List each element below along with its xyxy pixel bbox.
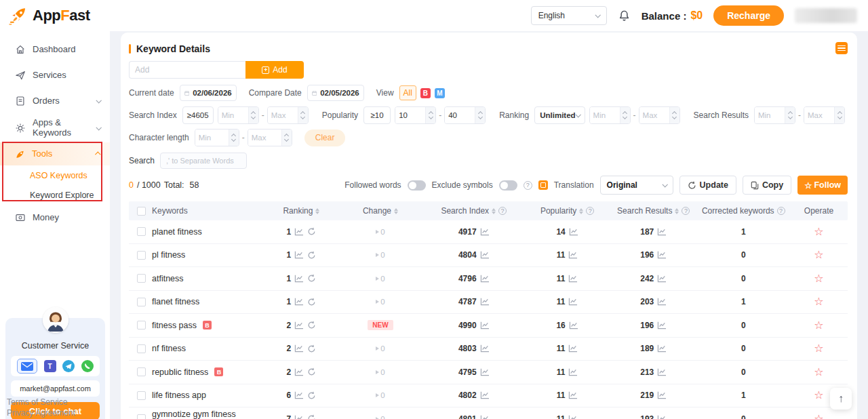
trend-chart-icon[interactable] (657, 391, 667, 399)
follow-star-icon[interactable]: ☆ (814, 367, 823, 378)
popularity-max-input[interactable] (444, 106, 486, 124)
keyword-text[interactable]: flanet fitness (152, 297, 199, 306)
clear-button[interactable]: Clear (304, 129, 346, 146)
search-results-min-input[interactable] (754, 106, 795, 124)
compare-date-input[interactable]: 02/05/2026 (307, 85, 364, 101)
character-length-min-input[interactable] (195, 129, 239, 146)
sidebar-item-dashboard[interactable]: Dashboard (0, 37, 110, 62)
trend-chart-icon[interactable] (657, 251, 667, 259)
popularity-min-input[interactable] (395, 106, 436, 124)
refresh-icon[interactable] (307, 251, 316, 260)
keyword-text[interactable]: republic fitness (152, 367, 208, 377)
notification-bell-icon[interactable] (618, 9, 631, 22)
sort-icon[interactable] (579, 208, 583, 214)
trend-chart-icon[interactable] (294, 321, 304, 330)
trend-chart-icon[interactable] (480, 391, 490, 399)
trend-chart-icon[interactable] (568, 344, 578, 353)
sidebar-item-orders[interactable]: Orders (0, 88, 110, 114)
follow-star-icon[interactable]: ☆ (814, 273, 823, 284)
keyword-text[interactable]: life fitness app (152, 391, 206, 400)
refresh-icon[interactable] (307, 391, 316, 400)
trend-chart-icon[interactable] (657, 415, 667, 419)
update-button[interactable]: Update (679, 176, 736, 195)
trend-chart-icon[interactable] (657, 298, 667, 306)
ranking-min-input[interactable] (589, 106, 631, 124)
sidebar-item-money[interactable]: Money (0, 205, 110, 231)
row-checkbox[interactable] (137, 321, 146, 330)
column-header-search-results[interactable]: Search Results? (610, 206, 696, 216)
email-icon[interactable] (17, 359, 37, 374)
trend-chart-icon[interactable] (480, 251, 490, 259)
sidebar-subitem-aso-keywords[interactable]: ASO Keywords (0, 165, 110, 185)
row-checkbox[interactable] (137, 251, 146, 260)
trend-chart-icon[interactable] (657, 321, 667, 330)
follow-star-icon[interactable]: ☆ (814, 226, 823, 237)
trend-chart-icon[interactable] (657, 368, 667, 376)
keyword-text[interactable]: fitness pass (152, 321, 197, 330)
follow-star-icon[interactable]: ☆ (814, 296, 823, 307)
spinner-control[interactable] (248, 107, 258, 123)
current-date-input[interactable]: 02/06/2026 (180, 85, 237, 101)
sort-icon[interactable] (394, 208, 398, 214)
ranking-select[interactable]: Unlimited (534, 106, 585, 124)
trend-chart-icon[interactable] (568, 251, 578, 259)
sidebar-subitem-keyword-explore[interactable]: Keyword Explore (0, 185, 110, 205)
add-keyword-input[interactable] (129, 61, 245, 79)
follow-star-icon[interactable]: ☆ (814, 414, 823, 419)
keyword-text[interactable]: planet fitness (152, 227, 202, 237)
sidebar-item-apps-keywords[interactable]: Apps & Keywords (0, 114, 110, 142)
follow-button[interactable]: ☆Follow (797, 176, 848, 195)
row-checkbox[interactable] (137, 414, 146, 419)
language-select[interactable]: English (531, 6, 607, 25)
user-name-blurred[interactable] (795, 8, 857, 23)
follow-star-icon[interactable]: ☆ (814, 390, 823, 401)
column-header-search-index[interactable]: Search Index? (424, 206, 524, 216)
keyword-text[interactable]: pl fitness (152, 250, 185, 260)
refresh-icon[interactable] (307, 414, 316, 419)
trend-chart-icon[interactable] (568, 391, 578, 399)
translation-select[interactable]: Original (600, 176, 673, 195)
column-header-ranking[interactable]: Ranking (265, 206, 337, 216)
search-index-min-input[interactable] (218, 106, 259, 124)
trend-chart-icon[interactable] (294, 298, 304, 306)
trend-chart-icon[interactable] (480, 275, 490, 283)
trend-chart-icon[interactable] (480, 228, 490, 236)
follow-star-icon[interactable]: ☆ (814, 343, 823, 354)
spinner-control[interactable] (669, 107, 679, 123)
select-all-checkbox[interactable] (137, 207, 146, 216)
view-option-m[interactable]: M (435, 88, 445, 98)
trend-chart-icon[interactable] (569, 321, 578, 330)
trend-chart-icon[interactable] (568, 415, 578, 419)
terms-of-service-link[interactable]: Terms of Service (7, 397, 67, 407)
followed-words-toggle[interactable] (408, 180, 426, 191)
copy-button[interactable]: Copy (743, 176, 791, 195)
trend-chart-icon[interactable] (294, 251, 304, 259)
trend-chart-icon[interactable] (294, 391, 304, 399)
column-header-popularity[interactable]: Popularity? (524, 206, 610, 216)
spinner-control[interactable] (475, 107, 485, 123)
customer-service-email[interactable]: market@appfast.com (11, 380, 100, 397)
trend-chart-icon[interactable] (294, 415, 304, 419)
trend-chart-icon[interactable] (480, 368, 490, 376)
search-words-input[interactable] (160, 153, 247, 169)
trend-chart-icon[interactable] (294, 228, 304, 236)
refresh-icon[interactable] (307, 344, 316, 353)
whatsapp-icon[interactable] (81, 360, 94, 372)
keyword-text[interactable]: atfitness (152, 274, 184, 283)
privacy-agreement-link[interactable]: Privacy Agreement (7, 408, 75, 418)
trend-chart-icon[interactable] (657, 228, 667, 236)
trend-chart-icon[interactable] (480, 344, 490, 353)
telegram-icon[interactable] (62, 360, 75, 372)
follow-star-icon[interactable]: ☆ (814, 320, 823, 331)
trend-chart-icon[interactable] (657, 344, 667, 353)
sidebar-item-tools[interactable]: Tools (0, 142, 110, 165)
spinner-control[interactable] (620, 107, 630, 123)
refresh-icon[interactable] (307, 227, 316, 236)
keyword-text[interactable]: gymnotize gym fitness workout (152, 410, 265, 419)
spinner-control[interactable] (229, 129, 239, 146)
refresh-icon[interactable] (307, 321, 316, 330)
teams-icon[interactable]: T (44, 360, 56, 372)
trend-chart-icon[interactable] (294, 344, 304, 353)
trend-chart-icon[interactable] (657, 275, 667, 283)
refresh-icon[interactable] (307, 298, 316, 306)
